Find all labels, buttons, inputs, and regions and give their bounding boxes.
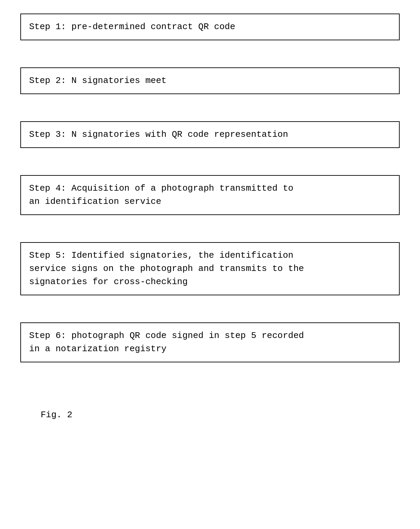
step2-box: Step 2: N signatories meet (20, 67, 400, 94)
step5-line2: service signs on the photograph and tran… (29, 262, 391, 275)
step6-line2: in a notarization registry (29, 342, 391, 356)
step4-line1: Step 4: Acquisition of a photograph tran… (29, 182, 391, 195)
step4-box: Step 4: Acquisition of a photograph tran… (20, 175, 400, 215)
step5-box: Step 5: Identified signatories, the iden… (20, 242, 400, 295)
step5-line1: Step 5: Identified signatories, the iden… (29, 249, 391, 262)
figure-label: Fig. 2 (41, 410, 72, 420)
step2-text: Step 2: N signatories meet (29, 74, 391, 87)
step3-box: Step 3: N signatories with QR code repre… (20, 121, 400, 148)
step4-line2: an identification service (29, 195, 391, 208)
step6-line1: Step 6: photograph QR code signed in ste… (29, 329, 391, 342)
step1-box: Step 1: pre-determined contract QR code (20, 14, 400, 40)
step1-text: Step 1: pre-determined contract QR code (29, 20, 391, 34)
step6-box: Step 6: photograph QR code signed in ste… (20, 322, 400, 362)
step5-line3: signatories for cross-checking (29, 275, 391, 289)
page-container: Step 1: pre-determined contract QR code … (20, 14, 400, 529)
step3-text: Step 3: N signatories with QR code repre… (29, 128, 391, 141)
